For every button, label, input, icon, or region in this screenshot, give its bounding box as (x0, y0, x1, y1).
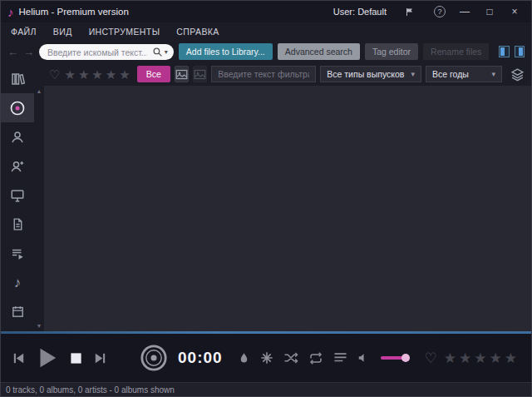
maximize-button[interactable]: □ (480, 6, 500, 17)
close-button[interactable]: × (505, 6, 525, 17)
library-stats: 0 tracks, 0 albums, 0 artists - 0 albums… (6, 385, 175, 395)
app-music-note-icon: ♪ (7, 6, 14, 18)
player-controls: 00:00 (1, 334, 531, 382)
show-artwork-button[interactable] (175, 66, 189, 82)
menu-tools[interactable]: ИНСТРУМЕНТЫ (89, 27, 160, 37)
star-icon[interactable]: ★ (119, 67, 132, 82)
layout-left-panel-icon[interactable] (499, 46, 509, 57)
volume-knob[interactable] (401, 354, 410, 362)
user-label[interactable]: User: Default (333, 7, 387, 17)
rename-files-button[interactable]: Rename files (423, 43, 489, 60)
filter-bar: ♡ ★★★★★ Все (34, 62, 531, 86)
helium-window: ♪ Helium - Premium version User: Default… (0, 0, 532, 397)
sidebar-item-playlists[interactable] (1, 239, 34, 268)
search-icon[interactable] (152, 47, 163, 57)
document-icon (11, 217, 25, 231)
favorite-filter-heart-icon[interactable]: ♡ (49, 68, 60, 81)
monitor-icon (10, 188, 25, 203)
layout-right-panel-icon[interactable] (515, 46, 525, 57)
elapsed-time: 00:00 (178, 349, 223, 367)
star-icon[interactable]: ★ (459, 350, 474, 366)
sidebar-item-files[interactable] (1, 210, 34, 239)
star-icon[interactable]: ★ (444, 350, 459, 366)
track-rating-stars[interactable]: ★★★★★ (444, 351, 520, 365)
next-track-button[interactable] (93, 351, 107, 365)
status-bar: 0 tracks, 0 albums, 0 artists - 0 albums… (1, 382, 531, 396)
chevron-down-icon: ▾ (411, 70, 415, 78)
release-type-value: Все типы выпусков (327, 69, 404, 79)
window-title: Helium - Premium version (19, 7, 129, 17)
tag-editor-button[interactable]: Tag editor (365, 43, 418, 60)
star-icon[interactable]: ★ (490, 350, 505, 366)
burst-icon[interactable] (260, 351, 273, 365)
sidebar-item-tracks[interactable]: ♪ (1, 268, 34, 297)
flame-icon[interactable] (238, 351, 250, 365)
artist-person-icon (10, 130, 25, 145)
star-icon[interactable]: ★ (474, 350, 489, 366)
volume-slider[interactable] (381, 356, 406, 360)
content-row: ▲ ▼ (34, 86, 531, 331)
chevron-down-icon: ▾ (491, 70, 495, 78)
main-toolbar: ← → ▾ Add files to Library... Advanced s… (1, 41, 531, 62)
search-box: ▾ (39, 44, 174, 60)
years-dropdown[interactable]: Все годы ▾ (426, 66, 502, 82)
calendar-icon (11, 305, 25, 319)
sidebar-item-albums[interactable] (1, 93, 34, 122)
help-icon[interactable]: ? (434, 6, 446, 17)
back-button[interactable]: ← (7, 46, 18, 58)
menubar: ФАЙЛ ВИД ИНСТРУМЕНТЫ СПРАВКА (1, 22, 531, 41)
star-icon[interactable]: ★ (505, 350, 520, 366)
menu-file[interactable]: ФАЙЛ (11, 27, 37, 37)
album-list-area[interactable] (44, 86, 531, 331)
star-icon[interactable]: ★ (91, 67, 105, 82)
search-glyphs: ▾ (152, 47, 168, 57)
sidebar: ♪ (1, 62, 34, 331)
release-type-dropdown[interactable]: Все типы выпусков ▾ (320, 66, 421, 82)
now-playing-disc-icon (140, 344, 168, 372)
disc-icon (9, 100, 26, 117)
minimize-button[interactable]: — (455, 6, 475, 17)
volume-icon[interactable] (357, 352, 369, 364)
layers-icon[interactable] (510, 67, 525, 82)
playlist-icon (10, 246, 25, 261)
star-icon[interactable]: ★ (106, 67, 119, 82)
person-plus-icon (10, 159, 25, 174)
add-files-button[interactable]: Add files to Library... (179, 43, 273, 60)
sidebar-scrollbar[interactable]: ▲ ▼ (34, 86, 44, 331)
favorite-track-heart-icon[interactable]: ♡ (425, 351, 437, 365)
sidebar-item-devices[interactable] (1, 181, 34, 210)
rating-filter-stars[interactable]: ★★★★★ (64, 68, 132, 81)
queue-icon[interactable] (333, 352, 347, 364)
sidebar-item-album-artists[interactable] (1, 151, 34, 181)
picture-icon (194, 69, 206, 80)
stop-button[interactable] (67, 350, 85, 367)
shuffle-icon[interactable] (283, 352, 298, 364)
repeat-icon[interactable] (308, 352, 323, 365)
show-artwork-alt-button[interactable] (193, 66, 207, 82)
music-note-icon: ♪ (14, 275, 22, 290)
library-books-icon (10, 72, 25, 87)
sidebar-item-years[interactable] (1, 297, 34, 326)
titlebar: ♪ Helium - Premium version User: Default… (1, 1, 531, 22)
menu-help[interactable]: СПРАВКА (176, 27, 219, 37)
star-icon[interactable]: ★ (78, 67, 91, 82)
window-body: ♪ ♡ ★★★★★ Все (1, 62, 531, 331)
previous-track-button[interactable] (12, 351, 26, 365)
sidebar-item-library[interactable] (1, 64, 34, 93)
forward-button[interactable]: → (23, 46, 34, 58)
menu-view[interactable]: ВИД (53, 27, 72, 37)
all-filter-button[interactable]: Все (137, 66, 170, 82)
scroll-down-icon[interactable]: ▼ (37, 323, 42, 329)
years-value: Все годы (432, 69, 469, 79)
filter-text-input[interactable] (211, 66, 316, 82)
flag-icon[interactable] (405, 7, 425, 17)
play-button[interactable] (34, 345, 59, 370)
search-options-caret-icon[interactable]: ▾ (165, 48, 168, 56)
advanced-search-button[interactable]: Advanced search (278, 43, 360, 60)
picture-icon (175, 69, 188, 80)
star-icon[interactable]: ★ (64, 67, 77, 82)
sidebar-item-artists[interactable] (1, 122, 34, 151)
scroll-up-icon[interactable]: ▲ (37, 88, 42, 94)
player-bar: 00:00 (1, 331, 531, 382)
main-column: ♡ ★★★★★ Все (34, 62, 531, 331)
